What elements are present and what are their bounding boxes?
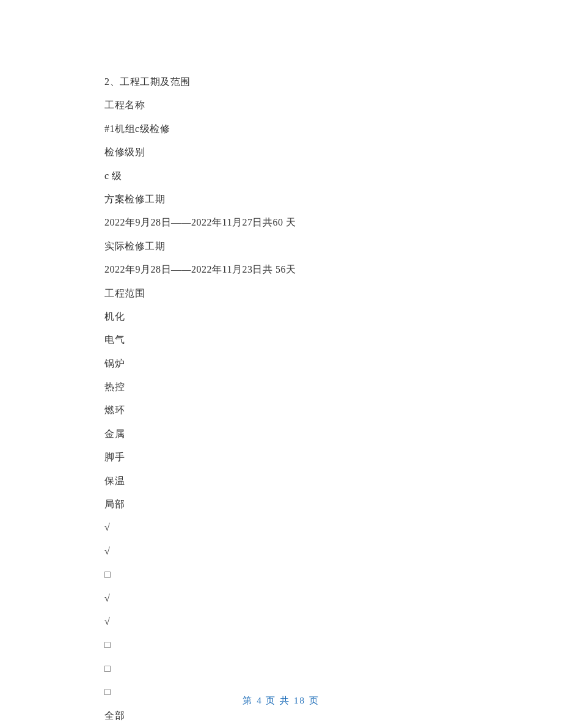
text-line: 工程范围: [104, 282, 458, 305]
text-line: 工程名称: [104, 94, 458, 117]
text-line: #1机组c级检修: [104, 117, 458, 141]
text-line: √: [104, 610, 458, 633]
document-content: 2、工程工期及范围 工程名称 #1机组c级检修 检修级别 c 级 方案检修工期 …: [0, 0, 562, 727]
text-line: □: [104, 633, 458, 656]
text-line: 机化: [104, 305, 458, 328]
text-line: 全部: [104, 704, 458, 727]
text-line: 2022年9月28日——2022年11月27日共60 天: [104, 211, 458, 234]
text-line: 锅炉: [104, 352, 458, 375]
text-line: √: [104, 516, 458, 539]
text-line: 实际检修工期: [104, 235, 458, 258]
text-line: c 级: [104, 164, 458, 188]
text-line: 燃环: [104, 399, 458, 422]
text-line: □: [104, 657, 458, 680]
text-line: 局部: [104, 493, 458, 516]
text-line: 热控: [104, 375, 458, 399]
text-line: 2、工程工期及范围: [104, 70, 458, 94]
text-line: 保温: [104, 469, 458, 493]
text-line: 金属: [104, 422, 458, 446]
text-line: 方案检修工期: [104, 188, 458, 211]
text-line: √: [104, 587, 458, 610]
text-line: □: [104, 563, 458, 586]
text-line: 脚手: [104, 446, 458, 469]
text-line: 检修级别: [104, 141, 458, 164]
text-line: 2022年9月28日——2022年11月23日共 56天: [104, 258, 458, 281]
text-line: √: [104, 540, 458, 563]
page-footer: 第 4 页 共 18 页: [0, 695, 562, 707]
text-line: 电气: [104, 328, 458, 351]
